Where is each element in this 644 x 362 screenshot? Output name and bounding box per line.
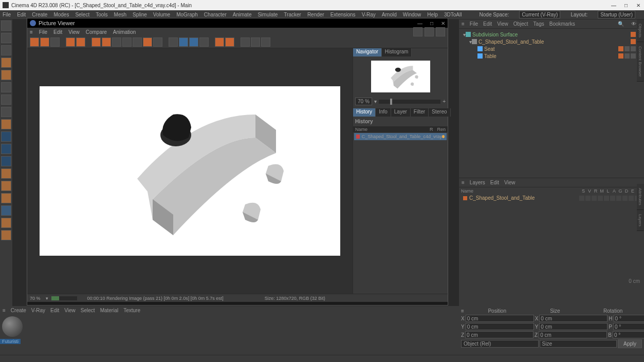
pv-filter-icon[interactable] — [169, 37, 178, 47]
cube-primitive-icon[interactable] — [1, 58, 11, 68]
material-name[interactable]: Futuristi — [0, 339, 21, 344]
pv-lock-icon[interactable] — [133, 37, 142, 47]
tag-icon[interactable] — [631, 53, 636, 59]
pv-fullframe-icon[interactable] — [189, 37, 198, 47]
menu-edit[interactable]: Edit — [17, 12, 26, 17]
pv-zoom-100-icon[interactable] — [76, 37, 85, 47]
pv-menu-animation[interactable]: Animation — [113, 29, 136, 35]
mat-menu-view[interactable]: View — [64, 308, 76, 313]
layer-color-icon[interactable] — [463, 196, 467, 200]
pv-a-icon[interactable] — [215, 37, 224, 47]
render-settings-icon[interactable] — [1, 168, 11, 179]
coord-object-mode-dropdown[interactable]: Object (Rel) — [461, 340, 539, 348]
tree-item-name[interactable]: Table — [484, 53, 496, 59]
menu-extensions[interactable]: Extensions — [330, 12, 356, 17]
pv-titlebar[interactable]: Picture Viewer — □ ✕ — [27, 18, 448, 28]
pv-multi-icon[interactable] — [112, 37, 121, 47]
tree-item-name[interactable]: C_Shaped_Stool_and_Table — [479, 39, 544, 45]
menu-select[interactable]: Select — [75, 12, 89, 17]
mat-menu-edit[interactable]: Edit — [50, 308, 59, 313]
layer-toggle-icon[interactable] — [622, 196, 628, 201]
misc-tool2-icon[interactable] — [1, 230, 11, 240]
menu-3dtoall[interactable]: 3DToAll — [444, 12, 462, 17]
objects-menu-edit[interactable]: Edit — [483, 21, 492, 27]
pv-menu-edit[interactable]: Edit — [53, 29, 62, 35]
layer-toggle-icon[interactable] — [629, 196, 634, 201]
coord-size-mode-dropdown[interactable]: Size — [540, 340, 617, 348]
pv-pause-icon[interactable] — [153, 37, 162, 47]
pv-maximize-button[interactable]: □ — [430, 21, 433, 26]
pv-tab-filter[interactable]: Filter — [411, 108, 429, 117]
objects-menu-view[interactable]: View — [497, 21, 508, 27]
tag-icon[interactable] — [618, 46, 623, 51]
coord-burger-icon[interactable]: ≡ — [461, 308, 464, 314]
tree-item-name[interactable]: Seat — [484, 46, 495, 52]
pv-menu-compare[interactable]: Compare — [86, 29, 107, 35]
layer-toggle-icon[interactable] — [579, 196, 584, 201]
pv-zoom-handle[interactable] — [390, 99, 392, 105]
vtab-attributes[interactable]: Attributes — [637, 184, 643, 210]
tree-row-null[interactable]: ▾ C_Shaped_Stool_and_Table — [461, 38, 642, 45]
pv-tab-navigator[interactable]: Navigator — [353, 48, 382, 56]
pv-autofit-icon[interactable] — [179, 37, 188, 47]
layer-name[interactable]: C_Shaped_Stool_and_Table — [469, 195, 579, 201]
pv-burger-icon[interactable]: ≡ — [30, 29, 33, 35]
spline-tool-icon[interactable] — [1, 82, 11, 92]
layer-toggle-icon[interactable] — [598, 196, 603, 201]
menu-arnold[interactable]: Arnold — [382, 12, 397, 17]
mat-burger-icon[interactable]: ≡ — [3, 308, 6, 313]
rotation-p-input[interactable] — [613, 323, 644, 330]
menu-render[interactable]: Render — [307, 12, 324, 17]
node-space-dropdown[interactable]: Current (V-Ray) — [519, 11, 560, 18]
mat-menu-material[interactable]: Material — [100, 308, 119, 313]
tag-icon[interactable] — [624, 53, 630, 59]
pv-close-button[interactable]: ✕ — [441, 21, 445, 26]
menu-character[interactable]: Character — [204, 12, 227, 17]
minimize-button[interactable]: — — [611, 3, 617, 8]
pv-tab-info[interactable]: Info — [376, 108, 391, 117]
position-x-input[interactable] — [466, 315, 534, 322]
light-icon[interactable] — [1, 144, 11, 154]
menu-tracker[interactable]: Tracker — [284, 12, 301, 17]
pv-fullscreen-icon[interactable] — [436, 27, 445, 36]
objects-menu-tags[interactable]: Tags — [533, 21, 544, 27]
tag-icon[interactable] — [631, 32, 636, 37]
position-y-input[interactable] — [466, 323, 534, 330]
pv-grid1-icon[interactable] — [241, 37, 250, 47]
layers-burger-icon[interactable]: ≡ — [462, 180, 465, 185]
pv-tab-stereo[interactable]: Stereo — [429, 108, 450, 117]
size-y-input[interactable] — [539, 323, 608, 330]
menu-create[interactable]: Create — [32, 12, 47, 17]
layers-menu-edit[interactable]: Edit — [490, 180, 499, 185]
render-pv-icon[interactable] — [1, 193, 11, 203]
layer-toggle-icon[interactable] — [604, 196, 609, 201]
size-z-input[interactable] — [539, 331, 607, 338]
rotation-h-input[interactable] — [614, 315, 644, 322]
menu-help[interactable]: Help — [427, 12, 438, 17]
layer-toggle-icon[interactable] — [616, 196, 621, 201]
layer-toggle-icon[interactable] — [585, 196, 591, 201]
pv-zoom-fit-icon[interactable] — [66, 37, 75, 47]
pv-open-icon[interactable] — [30, 37, 39, 47]
pv-save-icon[interactable] — [40, 37, 49, 47]
pv-menu-view[interactable]: View — [68, 29, 80, 35]
object-tree[interactable]: ▾ Subdivision Surface ▾ C_Shaped_Stool_a… — [459, 29, 644, 178]
pv-zoom-value[interactable]: 70 % — [355, 98, 372, 105]
objects-menu-file[interactable]: File — [470, 21, 478, 27]
pv-layer-icon[interactable] — [122, 37, 132, 47]
pv-rgb-icon[interactable] — [91, 37, 101, 47]
search-icon[interactable]: 🔍 — [618, 21, 624, 27]
pv-ab-icon[interactable] — [413, 27, 422, 36]
pv-status-zoom-dropdown-icon[interactable]: ▾ — [46, 296, 48, 301]
eye-icon[interactable]: 👁 — [631, 21, 636, 27]
pv-zoom-plus-icon[interactable]: + — [443, 99, 446, 104]
objects-menu-bookmarks[interactable]: Bookmarks — [549, 21, 575, 27]
vray-icon[interactable] — [1, 205, 11, 216]
pv-tab-history[interactable]: History — [353, 108, 376, 117]
pv-zoom-dropdown-icon[interactable]: ▾ — [374, 99, 377, 104]
floor-icon[interactable] — [1, 119, 11, 129]
live-selection-icon[interactable] — [1, 33, 11, 43]
menu-animate[interactable]: Animate — [233, 12, 252, 17]
tree-row-table[interactable]: Table — [461, 52, 642, 60]
deformer-icon[interactable] — [1, 107, 11, 117]
